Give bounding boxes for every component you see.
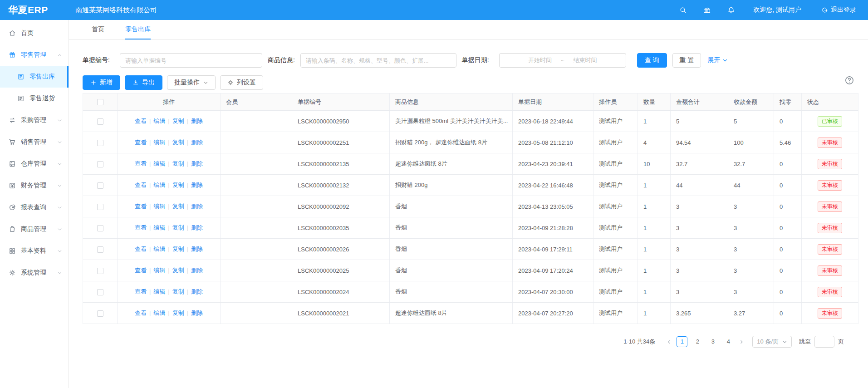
sidebar-item-system-mgmt[interactable]: 系统管理 [0, 262, 69, 284]
copy-link[interactable]: 复制 [172, 160, 184, 167]
delete-link[interactable]: 删除 [191, 160, 203, 167]
prev-page-icon[interactable] [663, 336, 674, 347]
page-number-3[interactable]: 3 [707, 336, 718, 347]
row-checkbox[interactable] [97, 225, 103, 231]
member-cell [221, 217, 292, 239]
row-checkbox[interactable] [97, 204, 103, 210]
page-number-4[interactable]: 4 [723, 336, 734, 347]
tab-retail-out[interactable]: 零售出库 [125, 20, 151, 39]
sidebar-item-base-data[interactable]: 基本资料 [0, 240, 69, 262]
gear-icon [227, 79, 234, 86]
search-icon[interactable] [679, 6, 687, 14]
copy-link[interactable]: 复制 [172, 182, 184, 188]
row-actions: 查看|编辑|复制|删除 [118, 175, 221, 196]
column-header: 操作 [118, 93, 221, 111]
logout-button[interactable]: 退出登录 [821, 6, 856, 14]
edit-link[interactable]: 编辑 [153, 139, 165, 146]
link-separator: | [187, 182, 188, 188]
view-link[interactable]: 查看 [135, 139, 147, 146]
view-link[interactable]: 查看 [135, 224, 147, 231]
bank-icon[interactable] [703, 6, 711, 14]
copy-link[interactable]: 复制 [172, 246, 184, 252]
sidebar-item-finance-mgmt[interactable]: 财务管理 [0, 175, 69, 196]
expand-link[interactable]: 展开 [707, 56, 728, 64]
delete-link[interactable]: 删除 [191, 182, 203, 188]
edit-link[interactable]: 编辑 [153, 246, 165, 252]
sidebar-item-report-query[interactable]: 报表查询 [0, 196, 69, 218]
row-checkbox[interactable] [97, 289, 103, 295]
delete-link[interactable]: 删除 [191, 267, 203, 274]
view-link[interactable]: 查看 [135, 203, 147, 210]
tab-home[interactable]: 首页 [92, 20, 104, 39]
reset-button[interactable]: 重 置 [672, 53, 701, 68]
delete-link[interactable]: 删除 [191, 139, 203, 146]
row-checkbox[interactable] [97, 161, 103, 167]
view-link[interactable]: 查看 [135, 267, 147, 274]
edit-link[interactable]: 编辑 [153, 182, 165, 188]
delete-link[interactable]: 删除 [191, 203, 203, 210]
page-number-2[interactable]: 2 [692, 336, 703, 347]
delete-link[interactable]: 删除 [191, 309, 203, 316]
copy-link[interactable]: 复制 [172, 267, 184, 274]
sidebar-item-product-mgmt[interactable]: 商品管理 [0, 218, 69, 240]
select-all-checkbox[interactable] [97, 99, 103, 105]
grid-icon [9, 247, 16, 255]
row-checkbox[interactable] [97, 246, 103, 253]
edit-link[interactable]: 编辑 [153, 160, 165, 167]
copy-link[interactable]: 复制 [172, 203, 184, 210]
add-button[interactable]: 新增 [83, 75, 120, 90]
copy-link[interactable]: 复制 [172, 139, 184, 146]
copy-link[interactable]: 复制 [172, 309, 184, 316]
view-link[interactable]: 查看 [135, 246, 147, 252]
view-link[interactable]: 查看 [135, 309, 147, 316]
row-checkbox[interactable] [97, 268, 103, 274]
delete-link[interactable]: 删除 [191, 246, 203, 252]
sidebar-item-retail-mgmt[interactable]: 零售管理 [0, 44, 69, 66]
chevron-down-icon [57, 227, 62, 232]
sidebar-item-retail-return[interactable]: 零售退货 [0, 88, 69, 109]
next-page-icon[interactable] [736, 336, 747, 347]
row-checkbox[interactable] [97, 140, 103, 146]
copy-link[interactable]: 复制 [172, 118, 184, 124]
sidebar-item-purchase-mgmt[interactable]: 采购管理 [0, 109, 69, 131]
jump-to-input[interactable] [814, 336, 834, 348]
edit-link[interactable]: 编辑 [153, 203, 165, 210]
delete-link[interactable]: 删除 [191, 118, 203, 124]
delete-link[interactable]: 删除 [191, 224, 203, 231]
row-checkbox[interactable] [97, 182, 103, 189]
copy-link[interactable]: 复制 [172, 224, 184, 231]
sidebar-item-retail-out[interactable]: 零售出库 [0, 66, 69, 88]
row-actions: 查看|编辑|复制|删除 [118, 217, 221, 239]
column-settings-button[interactable]: 列设置 [220, 75, 263, 90]
edit-link[interactable]: 编辑 [153, 288, 165, 295]
export-button[interactable]: 导出 [125, 75, 162, 90]
batch-actions-button[interactable]: 批量操作 [167, 75, 216, 90]
status-badge: 已审核 [818, 116, 842, 127]
delete-link[interactable]: 删除 [191, 288, 203, 295]
export-button-label: 导出 [142, 79, 155, 87]
sidebar-item-home[interactable]: 首页 [0, 22, 69, 44]
bell-icon[interactable] [727, 6, 735, 14]
view-link[interactable]: 查看 [135, 160, 147, 167]
sidebar-item-warehouse-mgmt[interactable]: 仓库管理 [0, 153, 69, 175]
copy-link[interactable]: 复制 [172, 288, 184, 295]
page-size-select[interactable]: 10 条/页 [752, 336, 792, 348]
expand-link-label: 展开 [707, 56, 720, 64]
edit-link[interactable]: 编辑 [153, 224, 165, 231]
bill-no-input[interactable] [120, 53, 262, 68]
search-button[interactable]: 查 询 [637, 53, 667, 68]
edit-link[interactable]: 编辑 [153, 267, 165, 274]
row-checkbox[interactable] [97, 118, 103, 125]
edit-link[interactable]: 编辑 [153, 309, 165, 316]
view-link[interactable]: 查看 [135, 182, 147, 188]
sidebar-item-sales-mgmt[interactable]: 销售管理 [0, 131, 69, 153]
row-checkbox[interactable] [97, 310, 103, 317]
view-link[interactable]: 查看 [135, 288, 147, 295]
date-separator: ~ [561, 57, 564, 64]
view-link[interactable]: 查看 [135, 118, 147, 124]
edit-link[interactable]: 编辑 [153, 118, 165, 124]
page-number-1[interactable]: 1 [677, 336, 687, 347]
product-info-input[interactable] [300, 53, 456, 68]
date-range-input[interactable]: 开始时间 ~ 结束时间 [499, 53, 626, 68]
help-icon[interactable] [844, 75, 854, 85]
